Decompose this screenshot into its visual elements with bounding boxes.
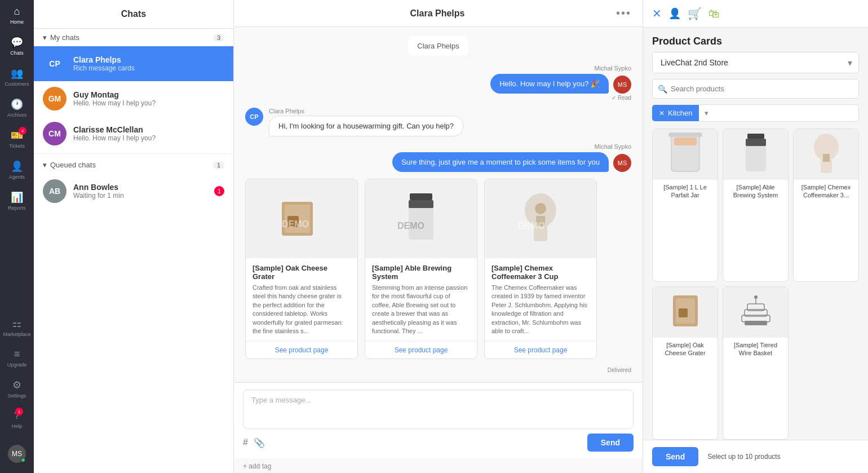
nav-item-reports[interactable]: 📊 Reports — [0, 185, 34, 216]
le-parfait-svg — [663, 129, 708, 180]
filter-dropdown[interactable] — [699, 104, 859, 122]
store-select[interactable]: LiveChat 2nd Store LiveChat Main Store — [652, 52, 859, 73]
message-agent-2: Michał Sypko Sure thing, just give me a … — [245, 143, 631, 172]
rp-product-card-1[interactable]: [Sample] 1 L Le Parfait Jar — [652, 129, 718, 282]
more-options-icon[interactable]: ••• — [616, 7, 631, 20]
product-grid: [Sample] 1 L Le Parfait Jar [Sample] Abl… — [643, 129, 868, 440]
brewing-svg: DEMO — [387, 185, 455, 253]
my-chats-section-header: ▾ My chats 3 — [34, 29, 233, 46]
nav-user-avatar[interactable]: MS — [3, 435, 30, 473]
cart-icon[interactable]: 🛒 — [688, 7, 702, 20]
nav-sidebar: ⌂ Home 💬 Chats 👥 Customers 🕐 Archives 🎫 … — [0, 0, 34, 473]
product-card-link-3[interactable]: See product page — [485, 341, 596, 359]
filter-remove-icon[interactable]: ✕ — [659, 109, 665, 117]
product-card-desc-1: Crafted from oak and stainless steel thi… — [253, 284, 351, 335]
queued-chats-label: Queued chats — [50, 161, 96, 169]
chat-preview-clarisse: Hello. How may I help you? — [73, 134, 224, 142]
close-panel-icon[interactable]: ✕ — [652, 7, 662, 20]
rp-bottom: Send Select up to 10 products — [643, 440, 868, 473]
chat-item-ann[interactable]: AB Ann Bowles Waiting for 1 min 1 — [34, 174, 233, 209]
avatar-clarisse: CM — [43, 122, 67, 145]
rp-grater-svg — [663, 287, 708, 338]
chat-item-clarisse[interactable]: CM Clarisse McClellan Hello. How may I h… — [34, 116, 233, 151]
nav-item-upgrade[interactable]: ≡ Upgrade — [3, 343, 30, 373]
chat-name-clara: Clara Phelps — [73, 55, 224, 64]
product-card-link-1[interactable]: See product page — [246, 341, 357, 359]
user-profile-icon[interactable]: 👤 — [668, 7, 681, 20]
nav-item-settings[interactable]: ⚙ Settings — [3, 373, 30, 404]
svg-rect-24 — [679, 308, 688, 317]
nav-item-help[interactable]: ? 1 Help — [3, 404, 30, 435]
chat-input-toolbar: # 📎 Send — [243, 434, 634, 452]
store-select-wrapper: LiveChat 2nd Store LiveChat Main Store — [652, 52, 859, 73]
nav-label-upgrade: Upgrade — [7, 362, 27, 368]
rp-send-button[interactable]: Send — [652, 447, 698, 466]
cheese-grater-svg: DEMO — [268, 185, 335, 253]
chat-preview-clara: Rich message cards — [73, 64, 224, 72]
chat-item-clara[interactable]: CP Clara Phelps Rich message cards — [34, 46, 233, 81]
chat-item-guy[interactable]: GM Guy Montag Hello. How may I help you? — [34, 81, 233, 116]
queued-chats-chevron-icon[interactable]: ▾ — [43, 161, 47, 169]
chat-input-icons: # 📎 — [243, 437, 265, 448]
svg-rect-14 — [674, 138, 697, 145]
nav-item-archives[interactable]: 🕐 Archives — [0, 92, 34, 123]
archives-icon: 🕐 — [11, 98, 23, 110]
agents-icon: 👤 — [11, 160, 23, 173]
chat-preview-guy: Hello. How may I help you? — [73, 99, 224, 107]
attachment-icon[interactable]: 📎 — [254, 437, 265, 448]
rp-product-name-2: [Sample] Able Brewing System — [723, 180, 788, 203]
chat-preview-ann: Waiting for 1 min — [73, 192, 207, 200]
chats-icon: 💬 — [11, 36, 23, 48]
chat-input-area: Type a message... # 📎 Send — [234, 382, 643, 458]
nav-item-marketplace[interactable]: ⚏ Marketplace — [3, 312, 30, 343]
rp-product-name-4: [Sample] Oak Cheese Grater — [653, 338, 718, 361]
agent-avatar-1: MS — [613, 76, 631, 94]
message-input-box[interactable]: Type a message... — [243, 390, 634, 429]
nav-item-tickets[interactable]: 🎫 4 Tickets — [0, 123, 34, 154]
nav-item-customers[interactable]: 👥 Customers — [0, 61, 34, 92]
right-panel-title: Product Cards — [643, 28, 868, 52]
send-message-button[interactable]: Send — [587, 434, 634, 452]
filter-dropdown-arrow — [705, 109, 708, 117]
rp-product-card-3[interactable]: [Sample] Chemex Coffeemaker 3... — [793, 129, 859, 282]
product-cards-row: DEMO [Sample] Oak Cheese Grater Crafted … — [245, 179, 631, 359]
right-panel-icons: ✕ 👤 🛒 🛍 — [652, 7, 720, 20]
avatar-ann: AB — [43, 179, 67, 203]
my-chats-section-left: ▾ My chats — [43, 33, 79, 42]
nav-label-reports: Reports — [8, 205, 26, 211]
queued-chats-section-left: ▾ Queued chats — [43, 161, 96, 169]
add-tag-button[interactable]: + add tag — [243, 462, 271, 470]
search-input[interactable] — [652, 79, 859, 99]
nav-item-chats[interactable]: 💬 Chats — [0, 30, 34, 61]
svg-rect-18 — [746, 139, 766, 146]
right-panel: ✕ 👤 🛒 🛍 Product Cards LiveChat 2nd Store… — [643, 0, 868, 473]
right-panel-header: ✕ 👤 🛒 🛍 — [643, 0, 868, 28]
product-card-body-1: [Sample] Oak Cheese Grater Crafted from … — [246, 258, 357, 341]
filter-tag-kitchen[interactable]: ✕ Kitchen — [652, 105, 699, 121]
nav-label-archives: Archives — [7, 112, 27, 118]
product-card-link-2[interactable]: See product page — [365, 341, 477, 359]
upgrade-icon: ≡ — [14, 348, 20, 360]
product-card-image-3: DEMO — [485, 179, 596, 258]
shopify-icon[interactable]: 🛍 — [708, 7, 720, 20]
msg-sender-2: Michał Sypko — [595, 143, 631, 150]
my-chats-chevron-icon[interactable]: ▾ — [43, 33, 47, 42]
avatar-clara: CP — [43, 52, 67, 76]
msg-sender-1: Michał Sypko — [595, 65, 631, 72]
nav-item-home[interactable]: ⌂ Home — [0, 0, 34, 30]
hashtag-icon[interactable]: # — [243, 437, 248, 448]
search-wrapper: 🔍 — [652, 79, 859, 99]
nav-item-agents[interactable]: 👤 Agents — [0, 154, 34, 185]
chat-info-clara: Clara Phelps Rich message cards — [73, 55, 224, 72]
msg-sender-user: Clara Phelps — [269, 108, 463, 114]
rp-product-card-5[interactable]: [Sample] Tiered Wire Basket — [723, 286, 789, 440]
rp-product-img-5 — [723, 287, 788, 338]
queued-chats-section-header: ▾ Queued chats 1 — [34, 156, 233, 174]
nav-label-settings: Settings — [8, 393, 26, 399]
rp-chemex-svg — [804, 129, 849, 180]
add-tag-row: + add tag — [234, 458, 643, 473]
rp-product-card-2[interactable]: [Sample] Able Brewing System — [723, 129, 789, 282]
chat-contact-name: Clara Phelps — [417, 42, 459, 50]
rp-product-card-4[interactable]: [Sample] Oak Cheese Grater — [652, 286, 718, 440]
chat-name-guy: Guy Montag — [73, 90, 224, 99]
